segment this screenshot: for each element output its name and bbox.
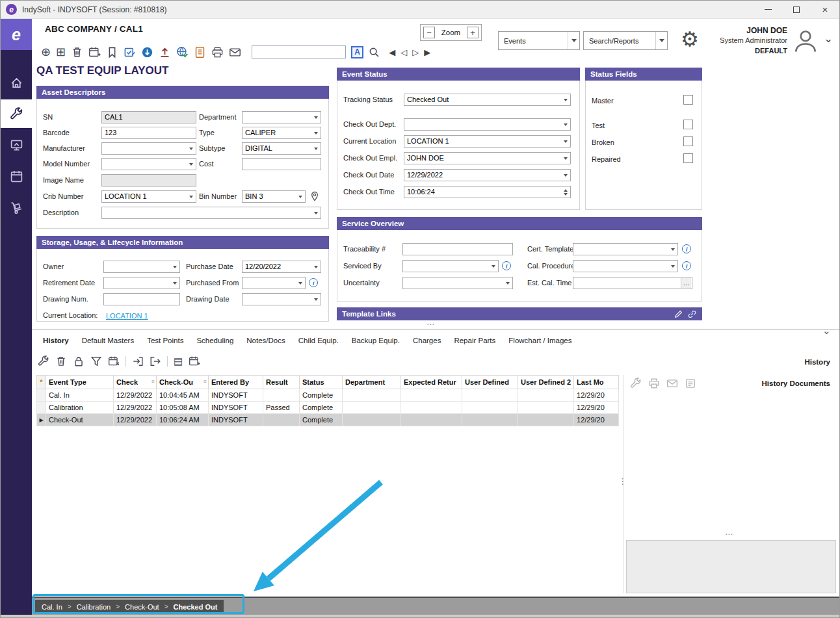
cal-procedure-field[interactable] [573, 260, 678, 272]
department-field[interactable] [242, 111, 321, 123]
column-header-check-ou[interactable]: Check-Ou≡ [157, 376, 209, 389]
dropdown-arrow-icon[interactable] [186, 159, 196, 170]
location-pin-icon[interactable] [309, 191, 320, 201]
lock-icon[interactable] [73, 355, 85, 367]
repaired-checkbox[interactable] [683, 153, 693, 163]
document-icon[interactable] [194, 46, 206, 58]
new-event-icon[interactable] [189, 355, 200, 367]
nav-first-button[interactable]: ◀ [389, 47, 395, 57]
edit-pencil-icon[interactable] [674, 309, 683, 319]
delete-event-icon[interactable] [108, 355, 120, 367]
purchase-date-field[interactable]: 12/20/2022 [242, 261, 321, 273]
search-reports-select[interactable]: Search/Reports [583, 31, 668, 50]
dropdown-arrow-icon[interactable] [560, 136, 570, 147]
dropdown-arrow-icon[interactable] [560, 170, 570, 181]
dropdown-arrow-icon[interactable] [668, 261, 677, 272]
dropdown-arrow-icon[interactable] [311, 207, 321, 218]
dropdown-arrow-icon[interactable] [295, 277, 305, 289]
type-field[interactable]: CALIPER [242, 127, 321, 139]
horizontal-splitter-handle[interactable]: ⋯ [725, 531, 733, 537]
crib-number-field[interactable]: LOCATION 1 [101, 190, 196, 203]
description-field[interactable] [101, 207, 321, 219]
dropdown-arrow-icon[interactable] [311, 261, 321, 272]
vertical-splitter-handle[interactable]: ⋮ [618, 478, 627, 485]
tracking-status-field[interactable]: Checked Out [404, 94, 571, 106]
dropdown-arrow-icon[interactable] [560, 94, 570, 105]
history-row-check-out[interactable]: ▶Check-Out12/29/202210:06:24 AMINDYSOFTC… [37, 414, 619, 426]
uncertainty-field[interactable] [402, 277, 513, 289]
maximize-button[interactable] [782, 1, 811, 18]
tab-history[interactable]: History [36, 333, 75, 348]
indysoft-logo[interactable]: e [1, 19, 32, 50]
purchased-from-info-icon[interactable]: i [309, 278, 318, 287]
drawing-num-field[interactable] [103, 293, 180, 305]
history-row-cal-in[interactable]: Cal. In12/29/202210:04:45 AMINDYSOFTComp… [37, 389, 619, 402]
user-block[interactable]: JOHN DOE System Administrator DEFAULT [720, 26, 787, 56]
panel-resize-handle[interactable]: ⋯ [427, 321, 434, 328]
cost-field[interactable] [242, 158, 321, 170]
column-header-last-mo[interactable]: Last Mo [574, 376, 619, 389]
dropdown-arrow-icon[interactable] [170, 261, 179, 272]
bin-number-field[interactable]: BIN 3 [242, 190, 306, 203]
master-checkbox[interactable] [683, 95, 693, 105]
events-select[interactable]: Events [498, 31, 580, 50]
sidebar-item-equipment[interactable] [1, 99, 32, 128]
current-location-link[interactable]: LOCATION 1 [106, 312, 148, 320]
note-icon[interactable] [685, 378, 696, 389]
cert-template-info-icon[interactable]: i [682, 244, 691, 253]
manufacturer-field[interactable] [101, 142, 196, 155]
dropdown-arrow-icon[interactable] [668, 244, 677, 255]
cal-procedure-info-icon[interactable]: i [682, 261, 691, 270]
column-header-department[interactable]: Department [343, 376, 401, 389]
list-view-icon[interactable]: ▤ [174, 355, 183, 367]
column-header-entered-by[interactable]: Entered By [209, 376, 263, 389]
serviced-by-info-icon[interactable]: i [502, 261, 511, 270]
model-number-field[interactable] [101, 158, 196, 170]
dropdown-arrow-icon[interactable] [311, 112, 321, 123]
dropdown-arrow-icon[interactable] [560, 119, 570, 130]
dropdown-arrow-icon[interactable] [488, 261, 498, 272]
dropdown-arrow-icon[interactable] [311, 143, 321, 154]
sn-field[interactable]: CAL1 [101, 111, 196, 123]
tab-test-points[interactable]: Test Points [140, 333, 190, 348]
tab-default-masters[interactable]: Default Masters [75, 333, 141, 348]
tab-child-equip[interactable]: Child Equip. [292, 333, 345, 348]
check-in-circle-icon[interactable] [141, 46, 153, 58]
est-cal-time-field[interactable]: … [573, 277, 692, 289]
zoom-out-button[interactable]: − [423, 27, 435, 38]
barcode-field[interactable]: 123 [101, 127, 196, 139]
tab-backup-equip[interactable]: Backup Equip. [345, 333, 406, 348]
tab-scheduling[interactable]: Scheduling [190, 333, 240, 348]
delete-icon[interactable] [71, 46, 83, 58]
search-reports-select-arrow[interactable] [655, 32, 667, 49]
tab-charges[interactable]: Charges [406, 333, 447, 348]
edit-checklist-icon[interactable] [124, 46, 136, 58]
drawing-date-field[interactable] [242, 293, 321, 305]
search-icon[interactable] [369, 47, 380, 58]
nav-next-button[interactable]: ▷ [412, 47, 419, 57]
purchased-from-field[interactable] [242, 277, 306, 289]
dropdown-arrow-icon[interactable] [186, 143, 196, 154]
zoom-in-button[interactable]: + [467, 27, 479, 38]
filter-icon[interactable] [90, 355, 102, 367]
dropdown-arrow-icon[interactable] [560, 153, 570, 164]
column-header-status[interactable]: Status [300, 376, 343, 389]
dropdown-arrow-icon[interactable] [186, 191, 196, 202]
sort-icon[interactable]: ≡ [151, 379, 155, 385]
serviced-by-field[interactable] [402, 260, 499, 272]
cert-template-field[interactable] [573, 243, 678, 255]
column-header-expected-retur[interactable]: Expected Retur [401, 376, 462, 389]
tab-flowchart-images[interactable]: Flowchart / Images [502, 333, 578, 348]
mail-icon[interactable] [666, 378, 678, 389]
new-event-icon[interactable] [88, 46, 101, 58]
web-sync-icon[interactable] [176, 46, 189, 58]
es-current-location-field[interactable]: LOCATION 1 [404, 135, 571, 148]
check-out-empl-field[interactable]: JOHN DOE [404, 152, 571, 164]
tool-icon[interactable] [630, 378, 642, 389]
breadcrumb[interactable]: ABC COMPANY / CAL1 [45, 24, 143, 34]
add-icon[interactable]: ⊕ [41, 46, 51, 58]
quick-search-input[interactable] [252, 45, 346, 58]
est-cal-time-more-button[interactable]: … [681, 278, 691, 288]
sidebar-item-logistics[interactable] [1, 193, 32, 222]
layout-icon[interactable]: ⊞ [56, 46, 66, 58]
